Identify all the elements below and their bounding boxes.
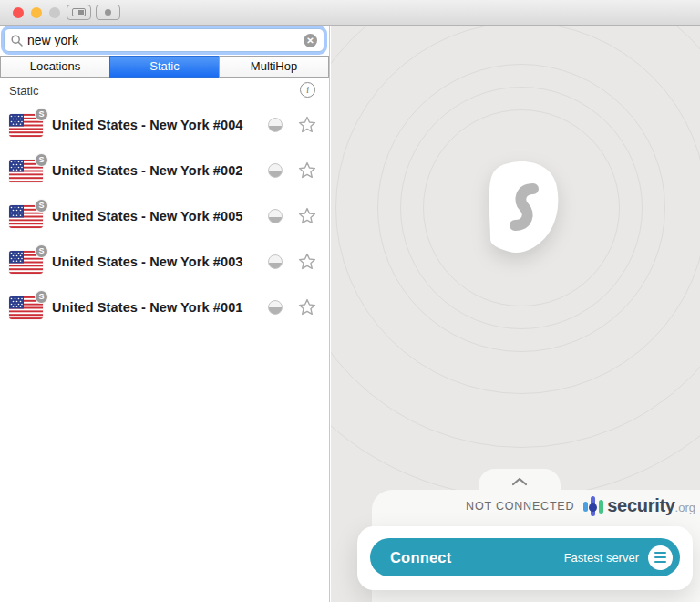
tab-multihop[interactable]: MultiHop <box>219 56 329 78</box>
server-load-indicator <box>268 300 283 315</box>
favorite-star-icon[interactable] <box>297 206 317 226</box>
server-load-indicator <box>268 209 283 223</box>
connection-status: NOT CONNECTED <box>466 500 574 513</box>
server-row[interactable]: S United States - New York #005 <box>0 193 329 239</box>
server-row[interactable]: S United States - New York #002 <box>0 148 329 193</box>
search-input[interactable] <box>27 33 304 47</box>
zoom-button[interactable] <box>49 7 60 18</box>
fastest-server-label: Fastest server <box>564 551 639 565</box>
toolbar-record-button[interactable] <box>96 5 120 20</box>
static-badge-icon: S <box>35 108 48 121</box>
server-row[interactable]: S United States - New York #004 <box>0 102 329 148</box>
server-name: United States - New York #001 <box>52 300 268 315</box>
clear-search-icon[interactable]: ✕ <box>304 34 317 47</box>
tab-locations[interactable]: Locations <box>0 56 110 78</box>
search-icon <box>11 35 23 47</box>
server-row[interactable]: S United States - New York #003 <box>0 239 329 285</box>
security-org-icon <box>583 495 603 517</box>
server-list-panel: ✕ Locations Static MultiHop Static i <box>0 26 330 602</box>
server-load-indicator <box>268 118 283 132</box>
server-options-menu-button[interactable] <box>648 545 673 570</box>
toggle-sidebar-button[interactable] <box>67 5 91 20</box>
us-flag-icon: S <box>9 114 43 137</box>
server-name: United States - New York #002 <box>52 163 268 178</box>
sidebar-icon <box>72 8 86 16</box>
connect-button[interactable]: Connect Fastest server <box>370 538 680 576</box>
info-icon[interactable]: i <box>300 82 315 98</box>
server-load-indicator <box>268 163 283 178</box>
server-list: S United States - New York #004 <box>0 102 329 330</box>
server-row[interactable]: S United States - New York #001 <box>0 285 329 330</box>
app-window: NOT CONNECTED security .org Connect Fast… <box>0 0 700 602</box>
connect-button-label: Connect <box>390 549 564 566</box>
server-name: United States - New York #003 <box>52 254 268 269</box>
favorite-star-icon[interactable] <box>297 252 317 272</box>
server-name: United States - New York #005 <box>52 209 268 223</box>
server-load-indicator <box>268 254 283 269</box>
favorite-star-icon[interactable] <box>297 115 317 135</box>
radar-ring <box>331 26 700 498</box>
favorite-star-icon[interactable] <box>297 297 317 317</box>
list-header-title: Static <box>9 84 39 98</box>
tab-bar: Locations Static MultiHop <box>0 56 329 78</box>
surfshark-logo <box>481 160 561 256</box>
record-icon <box>105 9 111 16</box>
menu-icon <box>654 552 666 555</box>
status-row: NOT CONNECTED security .org <box>466 494 695 518</box>
tab-static[interactable]: Static <box>109 56 220 78</box>
static-badge-icon: S <box>35 244 48 258</box>
us-flag-icon: S <box>9 205 43 228</box>
map-panel: NOT CONNECTED security .org Connect Fast… <box>331 26 700 602</box>
title-bar <box>0 0 700 26</box>
security-org-tld: .org <box>675 501 695 514</box>
close-button[interactable] <box>13 7 24 18</box>
favorite-star-icon[interactable] <box>297 161 317 181</box>
server-name: United States - New York #004 <box>52 118 268 132</box>
us-flag-icon: S <box>9 296 43 319</box>
list-header: Static i <box>0 80 329 102</box>
static-badge-icon: S <box>35 290 48 304</box>
security-org-brand: security <box>607 495 674 516</box>
static-badge-icon: S <box>35 199 48 213</box>
search-field[interactable]: ✕ <box>4 28 324 52</box>
connect-card: Connect Fastest server <box>357 526 693 590</box>
us-flag-icon: S <box>9 251 43 274</box>
us-flag-icon: S <box>9 160 43 182</box>
minimize-button[interactable] <box>31 7 42 18</box>
chevron-up-icon <box>511 477 528 486</box>
static-badge-icon: S <box>35 153 48 167</box>
security-org-watermark: security .org <box>583 495 695 517</box>
